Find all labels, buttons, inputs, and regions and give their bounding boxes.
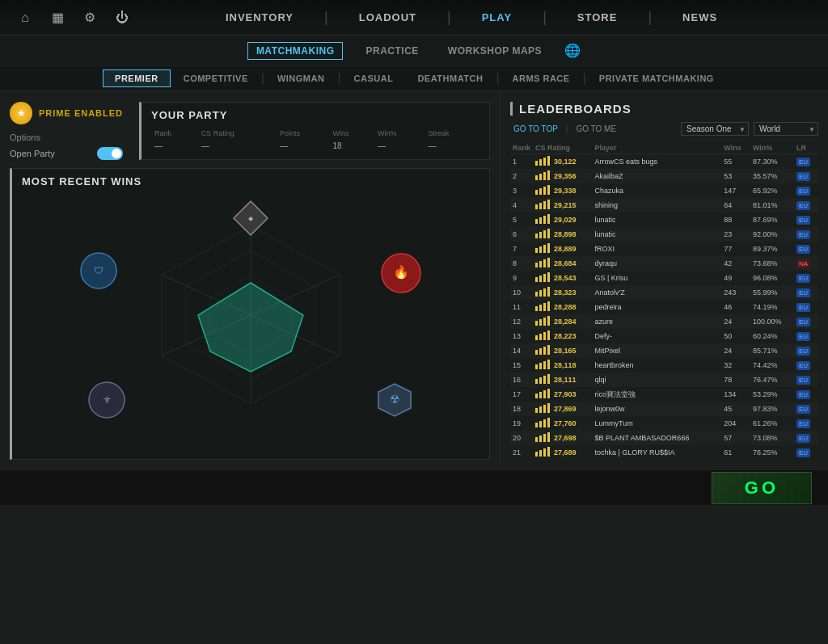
lb-row: 11 28,288 pedreira 46 74.19% EU: [510, 300, 818, 314]
left-panel: ★ PRIME ENABLED Options Open Party YOUR …: [0, 92, 500, 469]
lb-rank: 3: [510, 183, 533, 198]
lb-row: 16 28,111 qlqi 78 76.47% EU: [510, 373, 818, 387]
lb-player[interactable]: azure: [593, 314, 722, 329]
lb-tab-top[interactable]: GO TO TOP: [510, 123, 561, 135]
main-area: ★ PRIME ENABLED Options Open Party YOUR …: [0, 92, 828, 469]
tab-private-matchmaking[interactable]: PRIVATE MATCHMAKING: [588, 70, 725, 86]
lb-player[interactable]: MitPixel: [593, 343, 722, 358]
map-badge-anubis[interactable]: ◆: [230, 198, 271, 238]
lb-player[interactable]: LummyTum: [593, 416, 722, 431]
col-winpct: Win%: [374, 128, 425, 139]
lb-player[interactable]: lunatic: [593, 227, 722, 242]
home-icon[interactable]: ⌂: [16, 9, 34, 27]
tv-icon[interactable]: ▦: [49, 9, 66, 27]
gear-icon[interactable]: ⚙: [81, 9, 99, 27]
party-title: YOUR PARTY: [151, 109, 479, 121]
nav-play[interactable]: PLAY: [475, 8, 518, 27]
lb-region: EU: [794, 183, 818, 198]
lb-header-row: Rank CS Rating Player Wins Win% LR: [510, 142, 818, 154]
tab-matchmaking[interactable]: MATCHMAKING: [247, 42, 344, 60]
svg-text:◆: ◆: [248, 215, 254, 222]
tab-deathmatch[interactable]: DEATHMATCH: [406, 70, 494, 86]
lb-rating: 27,869: [533, 402, 592, 416]
tab-practice[interactable]: PRACTICE: [359, 42, 425, 60]
lb-player[interactable]: $B PLANT AMBASADOR666: [593, 431, 722, 445]
nav-links: INVENTORY | LOADOUT | PLAY | STORE | NEW…: [131, 8, 812, 27]
tab-arms-race[interactable]: ARMS RACE: [501, 70, 581, 86]
lb-player[interactable]: ArrowCS eats bugs: [593, 154, 722, 170]
lb-rank: 18: [510, 402, 533, 416]
lb-rating: 28,118: [533, 358, 592, 373]
lb-wins: 55: [721, 154, 750, 170]
map-radar: ◆ 🔥 ☢: [22, 194, 479, 436]
region-select-wrap[interactable]: World ▼: [754, 122, 818, 136]
lb-region: EU: [794, 300, 818, 314]
lb-wins: 46: [721, 300, 750, 314]
party-winpct: —: [374, 139, 425, 153]
nav-loadout[interactable]: LOADOUT: [353, 8, 423, 27]
lb-rating: 28,288: [533, 300, 592, 314]
lb-player[interactable]: Chazuka: [593, 183, 722, 198]
nav-store[interactable]: STORE: [571, 8, 624, 27]
lb-player[interactable]: dyraqu: [593, 256, 722, 271]
globe-icon[interactable]: 🌐: [564, 43, 581, 58]
lb-region: EU: [794, 213, 818, 227]
lb-region: EU: [794, 154, 818, 170]
lb-region: EU: [794, 271, 818, 285]
lb-rating: 30,122: [533, 154, 592, 170]
lb-player[interactable]: AkaiibaZ: [593, 169, 722, 183]
lb-rating: 29,356: [533, 169, 592, 183]
lb-row: 6 28,898 lunatic 23 92.00% EU: [510, 227, 818, 242]
lb-player[interactable]: Defy-: [593, 329, 722, 343]
lb-region: EU: [794, 169, 818, 183]
leaderboard-table: Rank CS Rating Player Wins Win% LR 1 30,…: [510, 142, 818, 460]
col-csrating-header: CS Rating: [533, 142, 592, 154]
lb-tab-me[interactable]: GO TO ME: [572, 123, 619, 135]
lb-player[interactable]: lunatic: [593, 213, 722, 227]
lb-player[interactable]: pedreira: [593, 300, 722, 314]
prime-label: PRIME ENABLED: [39, 108, 123, 118]
lb-rank: 8: [510, 256, 533, 271]
your-party-box: YOUR PARTY Rank CS Rating Points Wins Wi…: [139, 102, 490, 160]
lb-row: 18 27,869 lejonw0w 45 97.83% EU: [510, 402, 818, 416]
season-select-wrap[interactable]: Season One ▼: [681, 122, 749, 136]
col-rank: Rank: [151, 128, 198, 139]
tab-casual[interactable]: CASUAL: [343, 70, 405, 86]
season-select[interactable]: Season One: [681, 122, 749, 136]
party-wins: 18: [329, 139, 374, 153]
lb-wins: 134: [721, 387, 750, 402]
power-icon[interactable]: ⏻: [113, 9, 131, 27]
svg-text:⚜: ⚜: [103, 394, 112, 406]
lb-region: EU: [794, 227, 818, 242]
lb-player[interactable]: heartbroken: [593, 358, 722, 373]
lb-player[interactable]: shining: [593, 198, 722, 213]
lb-rating: 28,898: [533, 227, 592, 242]
nav-news[interactable]: NEWS: [676, 8, 724, 27]
lb-player[interactable]: fROXI: [593, 242, 722, 256]
lb-row: 2 29,356 AkaiibaZ 53 35.57% EU: [510, 169, 818, 183]
region-select[interactable]: World: [754, 122, 818, 136]
matchmaking-nav: MATCHMAKING PRACTICE WORKSHOP MAPS 🌐: [0, 36, 828, 66]
lb-row: 21 27,689 tochka | GLORY RU$$IA 61 76.25…: [510, 445, 818, 460]
lb-player[interactable]: tochka | GLORY RU$$IA: [593, 445, 722, 460]
lb-rank: 6: [510, 227, 533, 242]
map-badge-ancient[interactable]: ⚜: [87, 380, 127, 420]
tab-workshop-maps[interactable]: WORKSHOP MAPS: [441, 42, 548, 60]
lb-player[interactable]: rico寶法堂強: [593, 387, 722, 402]
tab-competitive[interactable]: COMPETITIVE: [172, 70, 260, 86]
nav-inventory[interactable]: INVENTORY: [219, 8, 300, 27]
open-party-toggle[interactable]: [97, 147, 123, 160]
lb-row: 12 28,284 azure 24 100.00% EU: [510, 314, 818, 329]
lb-player[interactable]: GS | Krisu: [593, 271, 722, 285]
map-badge-overpass[interactable]: 🛡: [78, 250, 119, 291]
lb-rating: 29,338: [533, 183, 592, 198]
map-badge-nuke[interactable]: ☢: [374, 380, 415, 420]
lb-player[interactable]: lejonw0w: [593, 402, 722, 416]
tab-wingman[interactable]: WINGMAN: [266, 70, 336, 86]
lb-player[interactable]: Anatolv'Z: [593, 285, 722, 300]
lb-row: 7 28,889 fROXI 77 89.37% EU: [510, 242, 818, 256]
tab-premier[interactable]: PREMIER: [103, 69, 171, 87]
go-button[interactable]: GO: [712, 472, 812, 504]
map-badge-inferno[interactable]: 🔥: [378, 250, 423, 295]
lb-player[interactable]: qlqi: [593, 373, 722, 387]
